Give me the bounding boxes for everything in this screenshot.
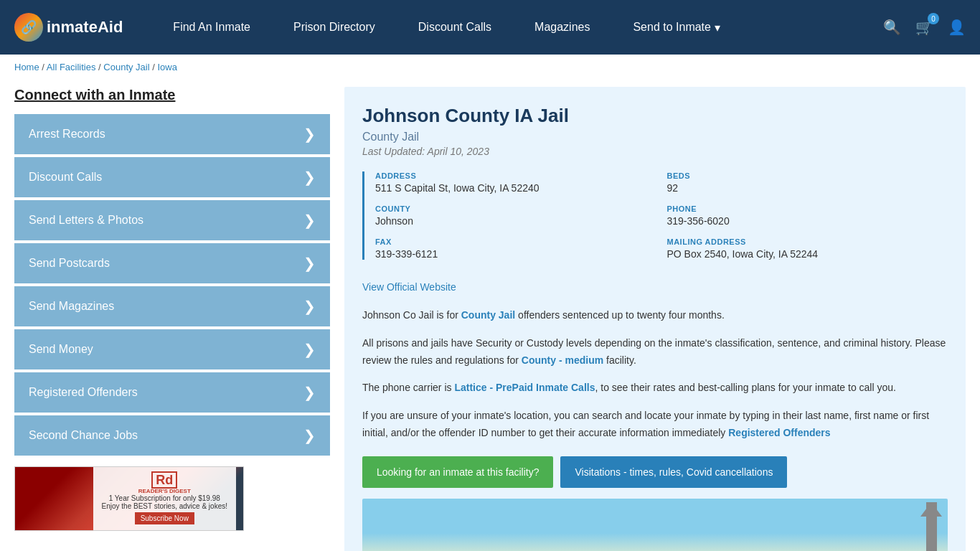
sidebar-item-send-money[interactable]: Send Money ❯: [14, 329, 330, 369]
fax-label: FAX: [375, 237, 656, 246]
cart-button[interactable]: 🛒 0: [915, 19, 933, 36]
official-website-link[interactable]: View Official Website: [362, 281, 456, 293]
nav-find-inmate[interactable]: Find An Inmate: [151, 0, 272, 55]
facility-phone: PHONE 319-356-6020: [667, 204, 948, 227]
sidebar: Connect with an Inmate Arrest Records ❯ …: [14, 87, 330, 551]
mailing-value: PO Box 2540, Iowa City, IA 52244: [667, 248, 948, 260]
facility-mailing: MAILING ADDRESS PO Box 2540, Iowa City, …: [667, 237, 948, 260]
registered-offenders-link[interactable]: Registered Offenders: [728, 427, 830, 438]
ad-image: Rd READER'S DIGEST 1 Year Subscription f…: [14, 466, 244, 531]
county-medium-link[interactable]: County - medium: [522, 354, 603, 366]
facility-image: [362, 499, 948, 551]
sidebar-title: Connect with an Inmate: [14, 87, 330, 103]
cart-badge: 0: [928, 13, 939, 24]
address-value: 511 S Capital St, Iowa City, IA 52240: [375, 182, 656, 194]
facility-content: Johnson County IA Jail County Jail Last …: [344, 87, 966, 551]
lattice-link[interactable]: Lattice - PrePaid Inmate Calls: [454, 382, 595, 393]
beds-label: BEDS: [667, 171, 948, 180]
nav-discount-calls[interactable]: Discount Calls: [397, 0, 513, 55]
facility-description: Johnson Co Jail is for County Jail offen…: [362, 307, 948, 442]
beds-value: 92: [667, 182, 948, 194]
ad-logo: Rd READER'S DIGEST: [102, 473, 227, 494]
sidebar-item-discount-calls[interactable]: Discount Calls ❯: [14, 157, 330, 197]
logo-text: inmateAid: [47, 18, 123, 37]
breadcrumb-iowa[interactable]: Iowa: [157, 62, 176, 72]
header-icons: 🔍 🛒 0 👤: [883, 19, 966, 36]
arrow-icon: ❯: [303, 384, 316, 401]
arrow-icon: ❯: [303, 126, 316, 143]
breadcrumb-all-facilities[interactable]: All Facilities: [47, 62, 96, 72]
mailing-label: MAILING ADDRESS: [667, 237, 948, 246]
logo[interactable]: 🔗 inmateAid: [14, 13, 123, 42]
find-inmate-button[interactable]: Looking for an inmate at this facility?: [362, 456, 553, 488]
sidebar-item-send-postcards[interactable]: Send Postcards ❯: [14, 243, 330, 283]
ad-content: Rd READER'S DIGEST 1 Year Subscription f…: [93, 467, 236, 530]
description-para-1: Johnson Co Jail is for County Jail offen…: [362, 307, 948, 324]
breadcrumb: Home / All Facilities / County Jail / Io…: [0, 55, 980, 80]
description-para-4: If you are unsure of your inmate's locat…: [362, 408, 948, 442]
arrow-icon: ❯: [303, 341, 316, 358]
description-para-2: All prisons and jails have Security or C…: [362, 335, 948, 369]
main-nav: Find An Inmate Prison Directory Discount…: [151, 0, 883, 55]
nav-prison-directory[interactable]: Prison Directory: [272, 0, 397, 55]
main-container: Connect with an Inmate Arrest Records ❯ …: [0, 80, 980, 551]
description-para-3: The phone carrier is Lattice - PrePaid I…: [362, 380, 948, 397]
arrow-icon: ❯: [303, 427, 316, 444]
phone-label: PHONE: [667, 204, 948, 213]
sidebar-item-send-letters[interactable]: Send Letters & Photos ❯: [14, 200, 330, 240]
facility-info-grid: ADDRESS 511 S Capital St, Iowa City, IA …: [362, 171, 948, 260]
tower-icon: [926, 502, 937, 551]
arrow-icon: ❯: [303, 298, 316, 315]
facility-county: COUNTY Johnson: [375, 204, 656, 227]
county-jail-link-1[interactable]: County Jail: [461, 309, 515, 321]
facility-fax: FAX 319-339-6121: [375, 237, 656, 260]
visitation-button[interactable]: Visitations - times, rules, Covid cancel…: [560, 456, 787, 488]
phone-value: 319-356-6020: [667, 215, 948, 227]
county-value: Johnson: [375, 215, 656, 227]
action-buttons: Looking for an inmate at this facility? …: [362, 456, 948, 488]
facility-beds: BEDS 92: [667, 171, 948, 194]
ad-text: 1 Year Subscription for only $19.98: [102, 494, 227, 502]
sidebar-item-send-magazines[interactable]: Send Magazines ❯: [14, 286, 330, 326]
address-label: ADDRESS: [375, 171, 656, 180]
facility-updated: Last Updated: April 10, 2023: [362, 146, 948, 157]
facility-title: Johnson County IA Jail: [362, 105, 948, 127]
search-button[interactable]: 🔍: [883, 19, 901, 36]
logo-icon: 🔗: [14, 13, 43, 42]
sidebar-item-registered-offenders[interactable]: Registered Offenders ❯: [14, 372, 330, 413]
sidebar-item-arrest-records[interactable]: Arrest Records ❯: [14, 114, 330, 154]
arrow-icon: ❯: [303, 169, 316, 186]
facility-address: ADDRESS 511 S Capital St, Iowa City, IA …: [375, 171, 656, 194]
breadcrumb-home[interactable]: Home: [14, 62, 39, 72]
nav-send-to-inmate[interactable]: Send to Inmate ▾: [611, 0, 742, 55]
sidebar-item-second-chance-jobs[interactable]: Second Chance Jobs ❯: [14, 415, 330, 456]
dropdown-arrow-icon: ▾: [715, 21, 720, 34]
arrow-icon: ❯: [303, 255, 316, 272]
fax-value: 319-339-6121: [375, 248, 656, 260]
breadcrumb-county-jail[interactable]: County Jail: [103, 62, 149, 72]
ad-subscribe-button[interactable]: Subscribe Now: [135, 512, 194, 524]
ad-section: Rd READER'S DIGEST 1 Year Subscription f…: [14, 466, 244, 531]
arrow-icon: ❯: [303, 212, 316, 229]
nav-magazines[interactable]: Magazines: [513, 0, 611, 55]
header: 🔗 inmateAid Find An Inmate Prison Direct…: [0, 0, 980, 55]
account-button[interactable]: 👤: [948, 19, 966, 36]
facility-type: County Jail: [362, 131, 948, 143]
ad-subtext: Enjoy the BEST stories, advice & jokes!: [102, 502, 227, 510]
county-label: COUNTY: [375, 204, 656, 213]
